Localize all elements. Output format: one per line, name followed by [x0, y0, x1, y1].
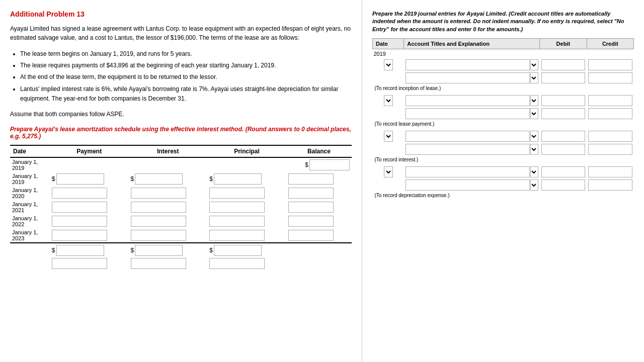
account-input-2b[interactable] [406, 108, 530, 119]
total-row: $ $ $ [10, 243, 352, 257]
principal-cell [207, 214, 286, 228]
principal-cell [207, 200, 286, 214]
account-select-4a[interactable]: ▼ [530, 166, 538, 177]
balance-input-2020[interactable] [288, 188, 334, 199]
final-interest-input[interactable] [131, 258, 186, 269]
date-cell: January 1,2019 [10, 172, 50, 186]
payment-cell [50, 186, 129, 200]
journal-credit-3b [587, 143, 633, 156]
debit-input-2a[interactable] [541, 95, 585, 106]
total-interest-input[interactable] [135, 245, 183, 256]
credit-input-4b[interactable] [588, 179, 632, 191]
credit-input-2b[interactable] [588, 108, 632, 119]
date-select-1a[interactable]: ▼ [384, 59, 393, 70]
account-select-2b[interactable]: ▼ [530, 108, 538, 119]
bullet-2: The lease requires payments of $43,896 a… [20, 61, 352, 70]
col-payment: Payment [50, 145, 129, 157]
journal-account-2a: ▼ [404, 94, 540, 107]
journal-date-3a: ▼ [373, 130, 404, 143]
payment-input-2022[interactable] [52, 216, 107, 227]
principal-cell [207, 228, 286, 243]
amort-title: Prepare Ayayai's lease amortization sche… [10, 126, 352, 140]
journal-debit-4a [540, 165, 587, 178]
instruction-plain: Prepare the 2019 journal entries for Aya… [372, 11, 507, 17]
payment-cell [50, 214, 129, 228]
debit-input-1b[interactable] [541, 72, 585, 83]
col-balance: Balance [286, 145, 352, 157]
account-select-4b[interactable]: ▼ [530, 179, 538, 191]
account-input-3a[interactable] [406, 131, 530, 142]
credit-input-1b[interactable] [588, 72, 632, 83]
principal-input-2021[interactable] [209, 202, 265, 213]
interest-input-2021[interactable] [131, 202, 186, 213]
col-interest: Interest [129, 145, 208, 157]
journal-date-1b [373, 71, 404, 84]
principal-input-2020[interactable] [209, 188, 265, 199]
note-3: (To record interest.) [373, 156, 634, 165]
date-select-3a[interactable]: ▼ [384, 131, 393, 142]
payment-input-2020[interactable] [52, 188, 107, 199]
year-label-row: 2019 [373, 49, 634, 59]
credit-input-3a[interactable] [588, 131, 632, 142]
account-select-1a[interactable]: ▼ [530, 59, 538, 70]
year-label: 2019 [373, 49, 634, 59]
balance-input-2023[interactable] [288, 230, 334, 241]
debit-input-3b[interactable] [541, 144, 585, 155]
journal-debit-3b [540, 143, 587, 156]
payment-input-2023[interactable] [52, 230, 107, 241]
debit-input-1a[interactable] [541, 59, 585, 70]
balance-input-2022[interactable] [288, 216, 334, 227]
account-select-1b[interactable]: ▼ [530, 72, 538, 83]
account-select-2a[interactable]: ▼ [530, 95, 538, 106]
balance-input-2021[interactable] [288, 202, 334, 213]
principal-input-2023[interactable] [209, 230, 265, 241]
credit-input-2a[interactable] [588, 95, 632, 106]
total-principal-input[interactable] [214, 245, 262, 256]
balance-input-2019a[interactable] [288, 173, 334, 185]
date-select-4a[interactable]: ▼ [384, 166, 393, 177]
amort-title-plain: Prepare Ayayai's lease amortization sche… [10, 126, 244, 133]
interest-input-2023[interactable] [131, 230, 186, 241]
journal-col-debit: Debit [540, 39, 587, 49]
final-payment-input[interactable] [52, 258, 107, 269]
debit-input-4b[interactable] [541, 179, 585, 191]
table-row: January 1,2020 [10, 186, 352, 200]
account-input-1b[interactable] [406, 72, 530, 83]
account-input-4a[interactable] [406, 166, 530, 177]
credit-input-4a[interactable] [588, 166, 632, 177]
journal-table: Date Account Titles and Explanation Debi… [372, 38, 634, 201]
credit-input-1a[interactable] [588, 59, 632, 70]
debit-input-3a[interactable] [541, 131, 585, 142]
account-input-3b[interactable] [406, 144, 530, 155]
problem-title: Additional Problem 13 [10, 10, 352, 18]
payment-input-2019a[interactable] [56, 173, 104, 185]
debit-input-4a[interactable] [541, 166, 585, 177]
interest-cell: $ [129, 172, 208, 186]
account-input-1a[interactable] [406, 59, 530, 70]
payment-cell [50, 157, 129, 172]
interest-input-2022[interactable] [131, 216, 186, 227]
total-payment-input[interactable] [56, 245, 104, 256]
journal-account-4b: ▼ [404, 178, 540, 192]
final-principal-input[interactable] [209, 258, 265, 269]
account-select-3b[interactable]: ▼ [530, 144, 538, 155]
interest-input-2020[interactable] [131, 188, 186, 199]
principal-input-2019a[interactable] [214, 173, 262, 185]
principal-cell [207, 157, 286, 172]
final-row [10, 257, 352, 270]
credit-input-3b[interactable] [588, 144, 632, 155]
note-row-2: (To record lease payment.) [373, 120, 634, 130]
date-select-2a[interactable]: ▼ [384, 95, 393, 106]
bullet-1: The lease term begins on January 1, 2019… [20, 49, 352, 59]
debit-input-2b[interactable] [541, 108, 585, 119]
journal-date-2a: ▼ [373, 94, 404, 107]
account-input-4b[interactable] [406, 179, 530, 191]
interest-input-2019a[interactable] [135, 173, 183, 185]
payment-input-2021[interactable] [52, 202, 107, 213]
final-date [10, 257, 50, 270]
balance-input-opening[interactable] [309, 159, 350, 170]
dollar-sign-total-payment: $ [52, 247, 55, 254]
principal-input-2022[interactable] [209, 216, 265, 227]
account-select-3a[interactable]: ▼ [530, 131, 538, 142]
account-input-2a[interactable] [406, 95, 530, 106]
